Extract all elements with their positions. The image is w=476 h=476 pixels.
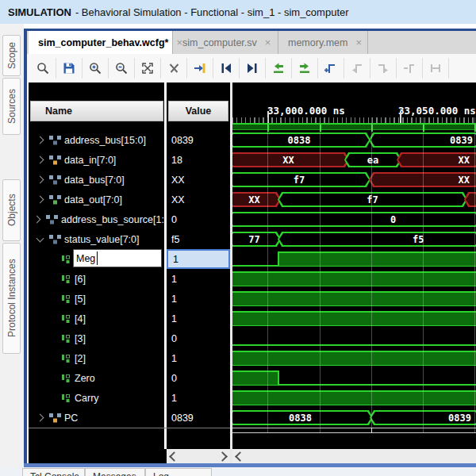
scroll-right-icon[interactable] (217, 451, 228, 462)
signal-name: [5] (75, 294, 86, 305)
scroll-left-icon[interactable] (169, 451, 179, 462)
value-cell-selected[interactable]: 1 (167, 249, 230, 269)
cancel-icon[interactable] (161, 58, 187, 79)
sidebar-tab-scope[interactable]: Scope (2, 35, 21, 76)
chevron-down-icon[interactable] (36, 234, 44, 242)
chevron-right-icon[interactable] (36, 136, 44, 144)
chevron-right-icon[interactable] (36, 196, 44, 204)
chevron-right-icon[interactable] (36, 176, 44, 184)
tree-row-status-value[interactable]: status_value[7:0] (29, 229, 164, 249)
signal-rename-input[interactable] (73, 249, 162, 267)
value-cell[interactable]: XX (167, 170, 230, 190)
sidebar-tab-protocol-instances[interactable]: Protocol Instances (2, 243, 21, 354)
value-header-label: Value (186, 106, 212, 117)
go-to-time-zero-icon[interactable] (213, 58, 240, 79)
tree-row-address-bus-source[interactable]: address_bus_source[1:0] (29, 209, 164, 229)
tree-horizontal-scrollbar[interactable] (167, 449, 230, 463)
tab-sim-computer-sv[interactable]: sim_computer.sv × (173, 31, 278, 54)
go-to-cursor-icon[interactable] (187, 58, 213, 79)
wave-segment-unknown: XX (397, 152, 476, 167)
value-cell[interactable]: 0 (167, 368, 230, 388)
gridline (320, 117, 321, 432)
scroll-left-icon[interactable] (235, 451, 245, 462)
ruler-minor-ticks[interactable] (232, 117, 476, 123)
wave-segment: 77 (232, 232, 281, 247)
bus-icon (49, 235, 61, 244)
gridline (423, 117, 424, 432)
value-cell[interactable]: 0 (167, 209, 230, 229)
gridline (474, 117, 475, 432)
ruler-time-label: 33,050.000 ns (398, 105, 476, 117)
wave-row-data-out: XX f7 (232, 190, 476, 209)
bottom-tab-strip: Tcl Console Messages Log (0, 467, 476, 476)
zoom-fit-icon[interactable] (135, 58, 161, 79)
signal-name: data_out[7:0] (64, 194, 122, 205)
side-tab-strip: Scope Sources Objects Protocol Instances (0, 24, 24, 467)
partial-wave-row (232, 428, 476, 428)
ruler-time-label: 33,000.000 ns (267, 105, 345, 117)
find-icon[interactable] (30, 58, 56, 79)
value-cell[interactable]: 1 (167, 348, 230, 368)
swap-markers-icon[interactable] (423, 58, 449, 79)
value-column-header[interactable]: Value (168, 101, 228, 121)
column-divider[interactable] (164, 83, 167, 449)
bit-icon (61, 314, 71, 324)
wave-horizontal-scrollbar[interactable] (232, 449, 476, 463)
value-cell[interactable]: XX (167, 190, 230, 209)
tree-row-data-in[interactable]: data_in[7:0] (29, 150, 164, 170)
go-to-last-time-icon[interactable] (240, 58, 266, 79)
simulation-context: - Behavioral Simulation - Functional - s… (75, 6, 349, 18)
tab-log[interactable]: Log (145, 468, 212, 476)
sidebar-tab-sources[interactable]: Sources (2, 78, 21, 135)
remove-marker-icon[interactable] (397, 58, 423, 79)
tab-tcl-console[interactable]: Tcl Console (22, 468, 85, 476)
chevron-right-icon[interactable] (36, 414, 44, 422)
value-cell[interactable]: 0839 (167, 130, 230, 150)
zoom-out-icon[interactable] (109, 58, 135, 79)
vivado-simulation-window: SIMULATION - Behavioral Simulation - Fun… (0, 0, 476, 476)
value-cell[interactable]: 0839 (167, 408, 230, 428)
zoom-in-icon[interactable] (83, 58, 109, 79)
sidebar-tab-objects[interactable]: Objects (2, 179, 21, 241)
waveform-panel[interactable]: 33,000.000 ns 33,050.000 ns 0838 0839 XX… (232, 83, 476, 449)
gridline (267, 117, 268, 432)
tree-row-data-bus[interactable]: data_bus[7:0] (29, 170, 164, 190)
tree-row-address-bus[interactable]: address_bus[15:0] (29, 130, 164, 150)
name-column-header[interactable]: Name (30, 101, 163, 121)
value-cell[interactable]: 18 (167, 150, 230, 170)
bit-icon (61, 334, 71, 344)
wave-row-status-value: 77 f5 (232, 229, 476, 249)
previous-transition-icon[interactable] (266, 58, 292, 79)
wave-segment: f5 (278, 232, 476, 247)
chevron-right-icon[interactable] (33, 216, 41, 224)
next-transition-icon[interactable] (292, 58, 318, 79)
signal-name: status_value[7:0] (64, 234, 140, 245)
save-wave-config-icon[interactable] (56, 58, 83, 79)
row-separator (29, 428, 230, 428)
signal-name: [6] (75, 274, 86, 285)
signal-name: Zero (75, 373, 95, 384)
value-cell[interactable]: 0 (167, 328, 230, 348)
tab-wave-config[interactable]: sim_computer_behav.wcfg* × (29, 31, 173, 54)
close-icon[interactable]: × (355, 37, 362, 48)
wave-row-data-bus: f7 XX (232, 170, 476, 190)
value-cell[interactable]: 1 (167, 309, 230, 328)
value-cell[interactable]: f5 (167, 229, 230, 249)
next-marker-icon[interactable] (370, 58, 397, 79)
close-icon[interactable]: × (265, 37, 271, 48)
add-marker-icon[interactable] (318, 58, 344, 79)
bus-output-icon (49, 195, 61, 205)
value-cell[interactable]: 1 (167, 388, 230, 408)
tree-row-pc[interactable]: PC (29, 408, 164, 428)
previous-marker-icon[interactable] (344, 58, 370, 79)
value-cell[interactable]: 1 (167, 289, 230, 309)
tab-memory-mem[interactable]: memory.mem × (278, 31, 368, 54)
tab-messages[interactable]: Messages (85, 468, 145, 476)
bit-icon (61, 374, 71, 383)
signal-name: address_bus[15:0] (64, 135, 146, 146)
tree-row-data-out[interactable]: data_out[7:0] (29, 190, 164, 209)
signal-name: data_in[7:0] (64, 155, 116, 166)
chevron-right-icon[interactable] (36, 156, 44, 164)
bus-icon (49, 136, 61, 145)
value-cell[interactable]: 1 (167, 269, 230, 289)
